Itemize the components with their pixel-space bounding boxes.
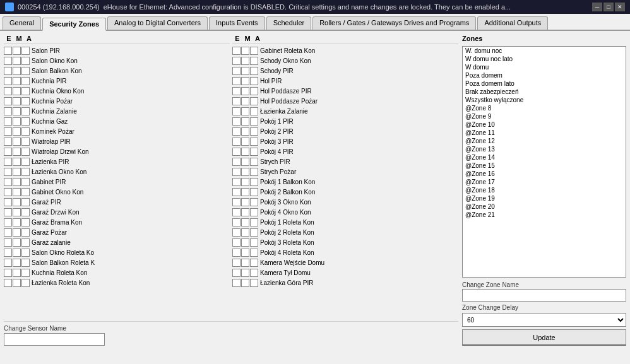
sensor-checkbox-e-right-23[interactable] (232, 279, 241, 287)
sensor-checkbox-a-left-12[interactable] (21, 168, 30, 176)
zone-item-0[interactable]: W. domu noc (463, 47, 626, 55)
sensor-checkbox-a-left-23[interactable] (21, 279, 30, 287)
sensor-checkbox-e-left-3[interactable] (4, 77, 12, 85)
sensor-checkbox-e-right-0[interactable] (232, 47, 241, 55)
sensor-checkbox-m-right-22[interactable] (241, 269, 249, 277)
sensor-checkbox-a-left-16[interactable] (21, 208, 30, 216)
sensor-checkbox-m-left-7[interactable] (13, 117, 21, 126)
sensor-checkbox-e-right-21[interactable] (232, 259, 241, 267)
sensor-checkbox-m-right-3[interactable] (241, 77, 249, 85)
tab-analog[interactable]: Analog to Digital Converters (107, 16, 208, 30)
tab-scheduler[interactable]: Scheduler (266, 16, 312, 30)
sensor-checkbox-a-right-23[interactable] (250, 279, 258, 287)
sensor-checkbox-m-right-10[interactable] (241, 148, 249, 156)
zone-item-4[interactable]: Poza domem lato (463, 79, 626, 88)
sensor-checkbox-a-right-7[interactable] (250, 117, 258, 126)
zones-listbox[interactable]: W. domu nocW domu noc latoW domuPoza dom… (462, 46, 626, 278)
sensor-checkbox-a-left-17[interactable] (21, 218, 30, 226)
sensor-checkbox-a-right-4[interactable] (250, 87, 258, 95)
sensor-checkbox-m-left-11[interactable] (13, 158, 21, 166)
sensor-checkbox-m-left-17[interactable] (13, 218, 21, 226)
sensor-checkbox-a-left-21[interactable] (21, 259, 30, 267)
sensor-checkbox-m-left-9[interactable] (13, 138, 21, 146)
zone-item-12[interactable]: @Zone 13 (463, 145, 626, 153)
sensor-checkbox-m-left-22[interactable] (13, 269, 21, 277)
sensor-checkbox-a-left-5[interactable] (21, 97, 30, 105)
sensor-checkbox-m-left-12[interactable] (13, 168, 21, 176)
sensor-checkbox-m-left-0[interactable] (13, 47, 21, 55)
sensor-checkbox-m-right-7[interactable] (241, 117, 249, 126)
sensor-checkbox-e-left-22[interactable] (4, 269, 12, 277)
zone-item-3[interactable]: Poza domem (463, 71, 626, 79)
sensor-checkbox-m-right-20[interactable] (241, 249, 249, 257)
sensor-checkbox-m-left-10[interactable] (13, 148, 21, 156)
sensor-checkbox-e-right-13[interactable] (232, 178, 241, 186)
sensor-checkbox-m-left-13[interactable] (13, 178, 21, 186)
sensor-checkbox-e-right-17[interactable] (232, 218, 241, 226)
sensor-checkbox-e-right-15[interactable] (232, 198, 241, 206)
sensor-checkbox-e-left-7[interactable] (4, 117, 12, 126)
sensor-checkbox-m-left-5[interactable] (13, 97, 21, 105)
sensor-checkbox-e-left-21[interactable] (4, 259, 12, 267)
sensor-checkbox-a-left-8[interactable] (21, 127, 30, 136)
sensor-checkbox-m-left-4[interactable] (13, 87, 21, 95)
sensor-checkbox-e-left-19[interactable] (4, 238, 12, 247)
sensor-checkbox-m-right-2[interactable] (241, 67, 249, 75)
tab-security-zones[interactable]: Security Zones (42, 18, 106, 31)
sensor-checkbox-m-right-8[interactable] (241, 127, 249, 136)
sensor-checkbox-e-left-18[interactable] (4, 228, 12, 237)
sensor-checkbox-e-right-22[interactable] (232, 269, 241, 277)
sensor-checkbox-m-left-21[interactable] (13, 259, 21, 267)
sensor-checkbox-e-right-1[interactable] (232, 57, 241, 65)
sensor-checkbox-a-right-19[interactable] (250, 238, 258, 247)
sensor-checkbox-m-right-0[interactable] (241, 47, 249, 55)
sensor-checkbox-a-right-16[interactable] (250, 208, 258, 216)
sensor-checkbox-a-left-6[interactable] (21, 107, 30, 115)
sensor-checkbox-m-right-21[interactable] (241, 259, 249, 267)
sensor-checkbox-m-right-16[interactable] (241, 208, 249, 216)
sensor-checkbox-m-right-13[interactable] (241, 178, 249, 186)
sensor-checkbox-m-left-2[interactable] (13, 67, 21, 75)
sensor-checkbox-m-left-18[interactable] (13, 228, 21, 237)
sensor-checkbox-a-right-5[interactable] (250, 97, 258, 105)
sensor-checkbox-a-right-9[interactable] (250, 138, 258, 146)
sensor-checkbox-a-left-4[interactable] (21, 87, 30, 95)
sensor-checkbox-a-left-0[interactable] (21, 47, 30, 55)
sensor-checkbox-a-right-11[interactable] (250, 158, 258, 166)
sensor-checkbox-a-right-1[interactable] (250, 57, 258, 65)
zone-item-14[interactable]: @Zone 15 (463, 161, 626, 170)
sensor-checkbox-a-right-17[interactable] (250, 218, 258, 226)
sensor-checkbox-e-left-9[interactable] (4, 138, 12, 146)
zone-item-18[interactable]: @Zone 19 (463, 194, 626, 203)
zone-delay-select[interactable]: 01020306090120180240300 (462, 313, 626, 327)
sensor-checkbox-m-left-19[interactable] (13, 238, 21, 247)
sensor-checkbox-e-right-10[interactable] (232, 148, 241, 156)
sensor-checkbox-e-right-7[interactable] (232, 117, 241, 126)
sensor-checkbox-e-right-20[interactable] (232, 249, 241, 257)
sensor-checkbox-e-right-18[interactable] (232, 228, 241, 237)
sensor-checkbox-a-left-3[interactable] (21, 77, 30, 85)
sensor-checkbox-m-right-12[interactable] (241, 168, 249, 176)
sensor-checkbox-a-left-9[interactable] (21, 138, 30, 146)
sensor-checkbox-a-left-13[interactable] (21, 178, 30, 186)
sensor-checkbox-a-left-19[interactable] (21, 238, 30, 247)
sensor-checkbox-e-right-8[interactable] (232, 127, 241, 136)
sensor-checkbox-m-right-9[interactable] (241, 138, 249, 146)
sensor-checkbox-e-right-3[interactable] (232, 77, 241, 85)
zone-item-2[interactable]: W domu (463, 63, 626, 71)
sensor-checkbox-m-left-20[interactable] (13, 249, 21, 257)
sensor-checkbox-a-right-3[interactable] (250, 77, 258, 85)
minimize-button[interactable]: ─ (592, 3, 602, 11)
sensor-checkbox-m-right-19[interactable] (241, 238, 249, 247)
tab-inputs-events[interactable]: Inputs Events (209, 16, 265, 30)
sensor-checkbox-a-right-8[interactable] (250, 127, 258, 136)
sensor-checkbox-a-right-14[interactable] (250, 188, 258, 196)
sensor-checkbox-e-right-9[interactable] (232, 138, 241, 146)
sensor-checkbox-m-left-6[interactable] (13, 107, 21, 115)
sensor-checkbox-a-right-13[interactable] (250, 178, 258, 186)
sensor-checkbox-e-left-10[interactable] (4, 148, 12, 156)
zone-item-7[interactable]: @Zone 8 (463, 104, 626, 112)
zone-item-13[interactable]: @Zone 14 (463, 153, 626, 161)
tab-general[interactable]: General (3, 16, 41, 30)
sensor-checkbox-e-left-13[interactable] (4, 178, 12, 186)
